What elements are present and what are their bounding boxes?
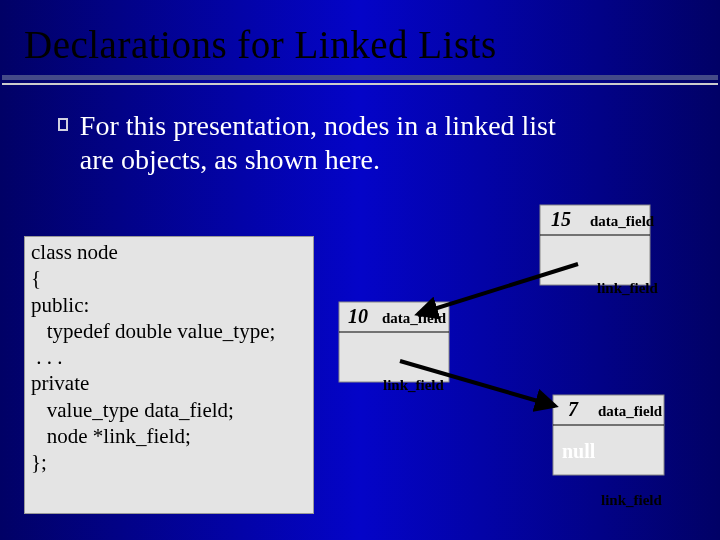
node-a-data-label: data_field	[590, 213, 655, 229]
node-c-value: 7	[568, 398, 579, 420]
node-c-link-label: link_field	[601, 492, 663, 508]
bullet-text: For this presentation, nodes in a linked…	[80, 109, 588, 176]
node-b-value: 10	[348, 305, 368, 327]
node-c-data-label: data_field	[598, 403, 663, 419]
node-b-data-label: data_field	[382, 310, 447, 326]
node-b-link-label: link_field	[383, 377, 445, 393]
bullet-item: For this presentation, nodes in a linked…	[58, 109, 588, 176]
svg-line-6	[418, 264, 578, 314]
svg-rect-4	[553, 395, 664, 475]
node-a-link-label: link_field	[597, 280, 659, 296]
node-a-value: 15	[551, 208, 571, 230]
code-block: class node { public: typedef double valu…	[24, 236, 314, 514]
svg-line-7	[400, 361, 555, 406]
slide-title: Declarations for Linked Lists	[0, 0, 720, 67]
svg-rect-2	[339, 302, 449, 382]
title-rule	[0, 75, 720, 85]
svg-rect-0	[540, 205, 650, 285]
null-label: null	[562, 440, 596, 462]
bullet-square-icon	[58, 118, 68, 131]
